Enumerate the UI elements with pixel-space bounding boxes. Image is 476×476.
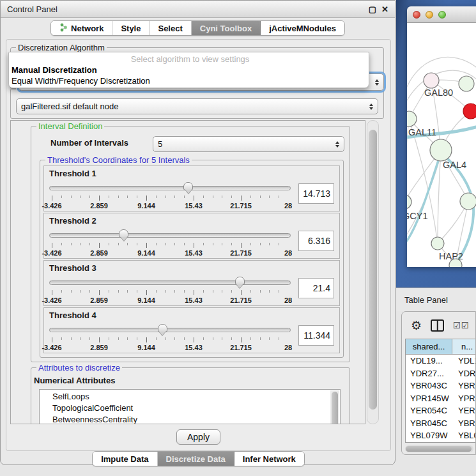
cell[interactable]: YER054C [406,406,452,415]
number-of-intervals-combobox[interactable]: 5 [153,136,344,152]
threshold-4-panel: Threshold 4 -3.426 2.859 9.144 1 [43,307,340,353]
node-hap2[interactable] [431,237,444,250]
tab-select[interactable]: Select [150,21,191,35]
close-icon[interactable]: ✕ [381,4,388,14]
cell[interactable]: YBR043C [406,381,452,390]
slider-scale: -3.426 2.859 9.144 15.43 21.715 28 [52,296,288,305]
close-traffic-light-icon[interactable] [413,11,420,19]
slider-thumb[interactable] [235,277,245,285]
group-label: Discretization Algorithm [16,43,107,52]
cell[interactable]: YDR27... [406,369,452,378]
threshold-1-slider[interactable]: -3.426 2.859 9.144 15.43 21.715 28 [49,182,291,210]
tab-label: Impute Data [101,454,148,464]
node-partial-top-right[interactable] [459,76,474,91]
numerical-attributes-list[interactable]: SelfLoops TopologicalCoefficient Between… [39,389,341,424]
threshold-3-value-field[interactable]: 21.4 [298,278,334,298]
cell[interactable]: YDL19... [406,356,452,365]
tab-style[interactable]: Style [112,21,150,35]
list-scrollbar[interactable] [330,390,339,424]
table-panel-title: Table Panel [404,295,448,305]
cell[interactable]: YBR0 [452,418,475,428]
table-row[interactable]: YDR27...YDR2 [406,367,475,380]
minimize-traffic-light-icon[interactable] [426,11,433,19]
slider-scale: -3.426 2.859 9.144 15.43 21.715 28 [52,249,288,257]
cell[interactable]: YBR0 [452,381,475,390]
table-data-combobox[interactable]: galFiltered.sif default node [16,98,378,114]
settings-scrollbar[interactable] [367,120,379,424]
tab-cyni-toolbox[interactable]: Cyni Toolbox [192,21,261,35]
table-row[interactable]: YDL19...YDL1 [406,355,475,367]
node-gal4[interactable] [430,139,452,161]
list-item[interactable]: BetweennessCentrality [52,414,340,424]
node-selected-red[interactable] [463,104,476,119]
table-row[interactable]: YBR043CYBR0 [406,380,475,392]
zoom-traffic-light-icon[interactable] [438,11,446,19]
tab-impute-data[interactable]: Impute Data [93,452,157,466]
slider-track[interactable] [49,280,291,285]
table-row[interactable]: YPR145WYPR1 [406,392,475,405]
table-horizontal-scrollbar[interactable] [405,445,473,452]
tab-discretize-data[interactable]: Discretize Data [158,452,234,466]
threshold-4-slider[interactable]: -3.426 2.859 9.144 15.43 21.715 28 [49,324,291,352]
attribute-table: shared... n... YDL19...YDL1 YDR27...YDR2… [405,339,475,443]
slider-track[interactable] [49,328,291,332]
tab-network[interactable]: Network [51,21,112,35]
slider-track[interactable] [49,233,291,238]
slider-ticks [52,290,288,295]
threshold-3-slider[interactable]: -3.426 2.859 9.144 15.43 21.715 28 [49,277,291,305]
slider-thumb[interactable] [158,324,167,332]
settings-scroll-region: Interval Definition Number of Intervals … [10,120,365,424]
scale-label: 9.144 [137,202,155,210]
threshold-2-panel: Threshold 2 -3.426 2.859 9.144 1 [43,213,340,259]
node-gal11[interactable] [407,111,417,127]
dropdown-option-manual[interactable]: Manual Discretization [12,65,369,75]
desktop-background: GAL80 G C GAL11 GAL4 GCY1 H HAP2 [396,0,476,288]
list-item[interactable]: TopologicalCoefficient [52,403,340,414]
cell[interactable]: YER0 [452,406,475,415]
table-row[interactable]: YBR045CYBR0 [406,417,475,430]
tab-jactivemnodules[interactable]: jActiveMNodules [261,21,344,35]
scale-label: 21.715 [230,344,252,351]
table-header-row: shared... n... [406,339,475,355]
gear-icon[interactable]: ⚙ [411,319,422,332]
table-row[interactable]: YER054CYER0 [406,404,475,417]
cell[interactable]: YBL0 [452,431,475,440]
scale-label: 28 [284,296,292,304]
threshold-4-value-field[interactable]: 11.344 [298,325,334,346]
column-header-shared[interactable]: shared... [406,339,452,354]
threshold-1-value-field[interactable]: 14.713 [298,183,334,204]
column-checkboxes-icon[interactable]: ☑☑ [453,321,469,330]
threshold-2-value-field[interactable]: 6.316 [298,231,334,251]
scale-label: 28 [284,249,292,257]
network-icon [59,22,68,35]
node-gcy1[interactable] [407,195,411,209]
apply-button[interactable]: Apply [176,429,220,445]
table-row[interactable]: YLR345WYLR3 [406,442,475,443]
split-table-icon[interactable] [431,319,444,332]
slider-track[interactable] [49,186,291,190]
cell[interactable]: YBR045C [406,418,452,428]
list-item[interactable]: SelfLoops [52,391,340,403]
cell[interactable]: YDL1 [452,356,475,365]
threshold-2-slider[interactable]: -3.426 2.859 9.144 15.43 21.715 28 [49,229,291,257]
slider-thumb[interactable] [119,229,128,238]
tab-label: Cyni Toolbox [200,24,252,33]
dropdown-option-equal-width[interactable]: Equal Width/Frequency Discretization [12,75,369,86]
attributes-group: Attributes to discretize Numerical Attri… [31,367,350,424]
column-header-name[interactable]: n... [452,339,475,354]
slider-thumb[interactable] [183,182,193,190]
cell[interactable]: YBL079W [406,431,452,440]
float-window-icon[interactable]: ▢ [369,4,376,14]
cell[interactable]: YDR2 [452,369,475,378]
network-canvas[interactable]: GAL80 G C GAL11 GAL4 GCY1 H HAP2 [407,23,476,267]
table-row[interactable]: YBL079WYBL0 [406,429,475,442]
node-gal80[interactable] [424,73,439,88]
threshold-1-panel: Threshold 1 -3.426 2.859 9.144 1 [43,165,340,211]
tab-infer-network[interactable]: Infer Network [234,452,304,466]
scale-label: 15.43 [185,249,203,257]
tab-label: Discretize Data [166,454,226,464]
cell[interactable]: YPR145W [406,394,452,403]
cell[interactable]: YPR1 [452,394,475,403]
numerical-attributes-label: Numerical Attributes [34,376,349,385]
node-partial-right[interactable] [460,193,476,210]
